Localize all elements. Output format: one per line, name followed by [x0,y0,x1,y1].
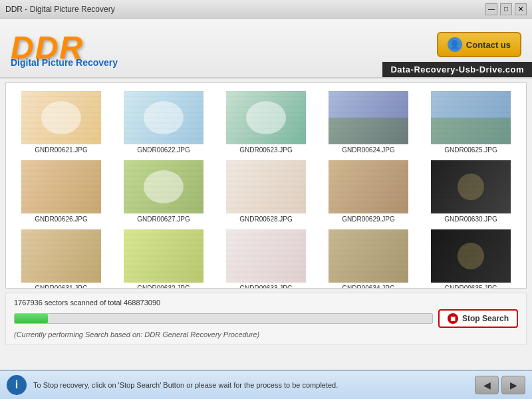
subtitle: Digital Picture Recovery [11,57,118,68]
image-label: GNDR00631.JPG [35,285,87,289]
progress-area: 1767936 sectors scanned of total 4688730… [5,293,527,344]
image-label: GNDR00630.JPG [444,215,497,223]
image-cell[interactable]: GNDR00624.JPG [317,87,420,156]
progress-row: 1767936 sectors scanned of total 4688730… [14,299,518,307]
image-label: GNDR00622.JPG [137,146,190,154]
header: DDR Digital Picture Recovery 👤 Contact u… [0,19,532,78]
maximize-button[interactable]: □ [500,3,512,15]
image-cell[interactable]: GNDR00622.JPG [112,87,215,156]
nav-buttons: ◀ ▶ [475,376,525,394]
image-cell[interactable]: GNDR00623.JPG [215,87,317,156]
title-bar: DDR - Digital Picture Recovery — □ ✕ [0,0,532,19]
image-label: GNDR00625.JPG [444,146,497,154]
image-cell[interactable]: GNDR00634.JPG [317,225,420,289]
image-label: GNDR00632.JPG [137,285,190,289]
image-cell[interactable]: GNDR00635.JPG [420,225,522,289]
progress-bar-fill [15,314,48,323]
image-cell[interactable]: GNDR00630.JPG [420,156,522,225]
image-label: GNDR00627.JPG [137,215,190,223]
contact-button[interactable]: 👤 Contact us [437,32,521,57]
forward-button[interactable]: ▶ [501,376,525,394]
image-label: GNDR00626.JPG [35,215,87,223]
website-banner: Data-Recovery-Usb-Drive.com [382,62,532,77]
contact-icon: 👤 [448,37,462,52]
image-label: GNDR00621.JPG [35,146,87,154]
stop-search-button[interactable]: ⏹ Stop Search [438,309,518,328]
procedure-row: (Currently performing Search based on: D… [14,331,518,338]
stop-icon: ⏹ [448,313,458,324]
image-cell[interactable]: GNDR00633.JPG [215,225,317,289]
image-cell[interactable]: GNDR00627.JPG [112,156,215,225]
image-cell[interactable]: GNDR00631.JPG [10,225,112,289]
status-message: To Stop recovery, click on 'Stop Search'… [33,381,468,389]
back-button[interactable]: ◀ [475,376,499,394]
image-cell[interactable]: GNDR00632.JPG [112,225,215,289]
minimize-button[interactable]: — [485,3,497,15]
info-icon: i [7,375,27,395]
image-grid: GNDR00621.JPGGNDR00622.JPGGNDR00623.JPGG… [6,83,526,289]
image-label: GNDR00629.JPG [342,215,394,223]
image-cell[interactable]: GNDR00621.JPG [10,87,112,156]
status-bar: i To Stop recovery, click on 'Stop Searc… [0,370,532,399]
stop-button-label: Stop Search [462,314,509,323]
title-bar-controls: — □ ✕ [485,3,527,15]
sectors-text: 1767936 sectors scanned of total 4688730… [14,299,160,307]
image-grid-container[interactable]: GNDR00621.JPGGNDR00622.JPGGNDR00623.JPGG… [5,82,527,289]
progress-bar-row: ⏹ Stop Search [14,309,518,328]
image-label: GNDR00623.JPG [239,146,292,154]
image-cell[interactable]: GNDR00625.JPG [420,87,522,156]
image-label: GNDR00635.JPG [444,285,497,289]
progress-bar-container [14,313,433,324]
contact-button-label: Contact us [466,40,511,50]
procedure-text: (Currently performing Search based on: D… [14,331,259,338]
image-cell[interactable]: GNDR00626.JPG [10,156,112,225]
image-label: GNDR00628.JPG [239,215,292,223]
close-button[interactable]: ✕ [515,3,527,15]
image-label: GNDR00634.JPG [342,285,394,289]
image-cell[interactable]: GNDR00628.JPG [215,156,317,225]
image-label: GNDR00633.JPG [239,285,292,289]
image-cell[interactable]: GNDR00629.JPG [317,156,420,225]
title-bar-text: DDR - Digital Picture Recovery [5,5,115,14]
image-label: GNDR00624.JPG [342,146,394,154]
